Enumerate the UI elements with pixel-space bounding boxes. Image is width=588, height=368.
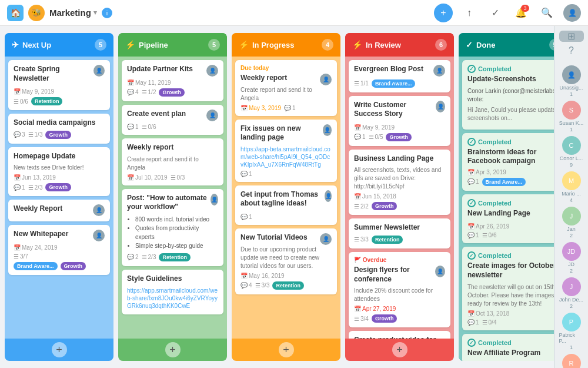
user-raphael[interactable]: R Raphael... bbox=[559, 354, 584, 368]
card-weekly-report-pipeline[interactable]: Weekly report Create report and send it … bbox=[122, 138, 223, 185]
grid-icon[interactable]: ⊞ bbox=[559, 31, 584, 42]
avatar: 👤 bbox=[211, 194, 218, 205]
card-partner-kits[interactable]: Update Partner Kits 👤 📅 May 11, 2019 💬 4… bbox=[122, 60, 223, 101]
info-icon[interactable]: i bbox=[102, 8, 112, 18]
card-event-plan[interactable]: Create event plan 👤 💬 1 ☰ 0/6 bbox=[122, 105, 223, 135]
card-homepage[interactable]: Homepage Update New texts see Drive fold… bbox=[8, 147, 110, 197]
card-update-screenshots[interactable]: ✓ Completed Update-Screenshots 👤 Conor L… bbox=[462, 60, 554, 130]
avatar: 👤 bbox=[320, 74, 332, 85]
completed-label: ✓ Completed bbox=[467, 339, 554, 347]
add-icon[interactable]: + bbox=[434, 4, 453, 22]
card-new-whitepaper[interactable]: New Whitepaper 👤 📅 May 24, 2019 ☰ 3/7 Br… bbox=[8, 225, 110, 275]
tag-growth: Growth bbox=[45, 131, 71, 139]
card-weekly-report[interactable]: Weekly Report 👤 bbox=[8, 200, 110, 221]
bell-icon[interactable]: 🔔 3 bbox=[512, 4, 530, 22]
card-conference-flyers[interactable]: 🚩 Overdue Design flyers for conference 👤… bbox=[349, 252, 450, 327]
card-customer-success[interactable]: Write Customer Success Story 👤 📅 May 9, … bbox=[349, 96, 450, 146]
tag-growth: Growth bbox=[372, 314, 397, 323]
user-susan[interactable]: S Susan K... 1 bbox=[559, 101, 584, 132]
card-social-media[interactable]: Social media campaigns 💬 3 ☰ 1/3 Growth bbox=[8, 114, 110, 144]
tag-retention: Retention bbox=[31, 97, 63, 105]
avatar: 👤 bbox=[323, 124, 332, 136]
user-mario[interactable]: M Mario ... 4 bbox=[559, 171, 584, 203]
tag-brand: Brand Aware... bbox=[14, 262, 58, 270]
card-style-guidelines[interactable]: Style Guidelines https://app.smartmailcl… bbox=[122, 270, 223, 314]
card-brainstorm-facebook[interactable]: ✓ Completed Brainstorm ideas for Faceboo… bbox=[462, 133, 554, 191]
user-patrick[interactable]: P Patrick P... 1 bbox=[559, 313, 584, 350]
help-icon[interactable]: ? bbox=[559, 45, 584, 56]
bullet-2: Quotes from productivity experts bbox=[135, 224, 218, 241]
column-header-inprogress: ⚡ In Progress 4 bbox=[232, 33, 340, 57]
topnav: 🏠 🐝 Marketing ▾ i + ↑ ✓ 🔔 3 🔍 👤 bbox=[0, 0, 588, 26]
home-icon[interactable]: 🏠 bbox=[7, 5, 24, 21]
avatar: 👤 bbox=[206, 110, 218, 121]
avatar: 👤 bbox=[93, 204, 105, 216]
done-icon: ✓ bbox=[466, 40, 473, 49]
project-name: Marketing ▾ bbox=[49, 8, 97, 18]
tag-growth: Growth bbox=[61, 262, 86, 270]
tag-growth: Growth bbox=[386, 133, 412, 141]
add-card-nextup[interactable]: + bbox=[52, 342, 67, 357]
user-conor[interactable]: C Conor L... 9 bbox=[559, 136, 584, 168]
user-avatar-conor: C bbox=[562, 136, 581, 155]
user-jan[interactable]: J Jan 2 bbox=[559, 207, 584, 238]
user-avatar-susan: S bbox=[562, 101, 581, 120]
tag-growth: Growth bbox=[45, 183, 71, 191]
user-john[interactable]: J John De... 2 bbox=[559, 277, 584, 309]
avatar: 👤 bbox=[436, 101, 445, 112]
card-weekly-report-progress[interactable]: Due today Weekly report 👤 Create report … bbox=[235, 60, 337, 116]
bullet-1: 800 words incl. tutorial video bbox=[135, 215, 218, 224]
check-icon[interactable]: ✓ bbox=[486, 4, 505, 22]
column-header-done: ✓ Done 5 + bbox=[459, 33, 554, 57]
column-pipeline: ⚡ Pipeline 5 Update Partner Kits 👤 📅 May… bbox=[118, 33, 227, 361]
card-product-video[interactable]: Create product video for MeisterTask 💬 1… bbox=[349, 331, 450, 339]
user-avatar[interactable]: 👤 bbox=[563, 4, 581, 22]
main-layout: ✈ Next Up 5 Create Spring Newsletter 👤 📅… bbox=[0, 26, 588, 368]
card-create-spring[interactable]: Create Spring Newsletter 👤 📅 May 9, 2019… bbox=[8, 60, 110, 110]
tag-growth: Growth bbox=[159, 88, 185, 97]
card-fix-landing-page[interactable]: Fix issues on new landing page 👤 https:/… bbox=[235, 120, 337, 182]
user-avatar-patrick: P bbox=[562, 313, 581, 331]
topnav-left: 🏠 🐝 Marketing ▾ i bbox=[7, 5, 429, 21]
due-today-label: Due today bbox=[240, 65, 332, 71]
completed-label: ✓ Completed bbox=[467, 138, 554, 146]
tag-retention: Retention bbox=[372, 236, 403, 244]
search-icon[interactable]: 🔍 bbox=[537, 4, 556, 22]
column-body-nextup: Create Spring Newsletter 👤 📅 May 9, 2019… bbox=[5, 57, 113, 339]
card-evergreen-blog[interactable]: Evergreen Blog Post 👤 ☰ 1/1 Brand Aware.… bbox=[349, 60, 450, 92]
completed-label: ✓ Completed bbox=[467, 251, 554, 260]
column-footer-nextup: + bbox=[5, 339, 113, 361]
pipeline-icon: ⚡ bbox=[125, 40, 135, 49]
card-new-landing[interactable]: ✓ Completed New Landing Page 👤 📅 Apr 26,… bbox=[462, 194, 554, 244]
card-october-newsletter[interactable]: ✓ Completed Create images for October ne… bbox=[462, 247, 554, 330]
avatar: 👤 bbox=[93, 230, 105, 241]
card-business-landing[interactable]: Business Landing Page All screenshots, t… bbox=[349, 150, 450, 216]
add-card-inreview[interactable]: + bbox=[392, 342, 407, 357]
topnav-right: + ↑ ✓ 🔔 3 🔍 👤 bbox=[434, 4, 581, 22]
avatar: 👤 bbox=[433, 65, 445, 77]
progress-icon: ⚡ bbox=[239, 40, 249, 49]
column-body-inreview: Evergreen Blog Post 👤 ☰ 1/1 Brand Aware.… bbox=[345, 57, 454, 339]
card-affiliate-program[interactable]: ✓ Completed New Affiliate Program 👤 bbox=[462, 334, 554, 361]
card-summer-newsletter[interactable]: Summer Newsletter ☰ 3/3 Retention bbox=[349, 218, 450, 248]
upload-icon[interactable]: ↑ bbox=[460, 4, 479, 22]
user-avatar-john: J bbox=[562, 277, 581, 296]
tag-growth: Growth bbox=[372, 202, 397, 210]
card-automate-workflow[interactable]: Post: "How to automate your workflow" 👤 … bbox=[122, 189, 223, 266]
column-body-done: ✓ Completed Update-Screenshots 👤 Conor L… bbox=[459, 57, 554, 361]
tag-brand: Brand Aware... bbox=[482, 178, 526, 186]
avatar: 👤 bbox=[435, 266, 445, 277]
column-header-nextup: ✈ Next Up 5 bbox=[5, 33, 113, 57]
add-card-inprogress[interactable]: + bbox=[279, 342, 294, 357]
chevron-icon[interactable]: ▾ bbox=[93, 9, 97, 16]
avatar: 👤 bbox=[325, 190, 332, 202]
column-inreview: ⚡ In Review 6 Evergreen Blog Post 👤 ☰ 1/… bbox=[345, 33, 454, 361]
add-card-pipeline[interactable]: + bbox=[165, 342, 181, 357]
card-tutorial-videos[interactable]: New Tutorial Videos 👤 Due to our upcomin… bbox=[235, 228, 337, 294]
card-tagline-ideas[interactable]: Get input from Thomas about tagline idea… bbox=[235, 185, 337, 225]
user-jd[interactable]: JD JD 2 bbox=[559, 242, 584, 274]
user-avatar-unassigned: 👤 bbox=[562, 65, 581, 84]
overdue-label: 🚩 Overdue bbox=[354, 257, 445, 263]
avatar: 👤 bbox=[320, 233, 332, 245]
user-unassigned[interactable]: 👤 Unassig... 1 bbox=[559, 65, 584, 97]
